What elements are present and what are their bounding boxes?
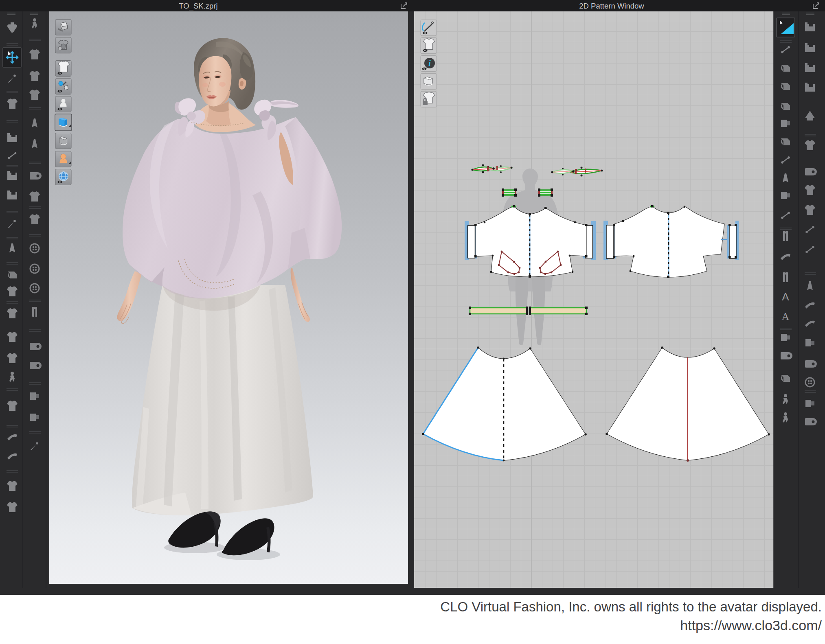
- svg-text:A: A: [782, 291, 789, 303]
- svg-text:i: i: [428, 59, 431, 68]
- svg-text:A: A: [782, 311, 790, 322]
